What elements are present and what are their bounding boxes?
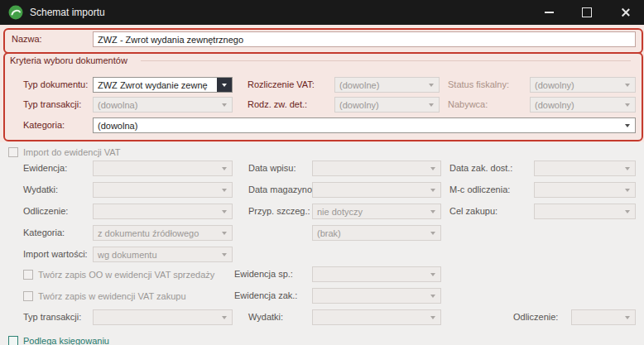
data-wpisu-select <box>312 161 441 176</box>
typ-transakcji-label: Typ transakcji: <box>23 99 81 110</box>
odliczenie-label: Odliczenie: <box>23 206 68 217</box>
ewidencja-select <box>93 161 233 176</box>
typ-transakcji-select: (dowolna) <box>93 97 233 113</box>
checkbox-icon <box>8 336 18 345</box>
cel-zakupu-label: Cel zakupu: <box>449 206 497 217</box>
chevron-down-icon <box>625 103 630 107</box>
nazwa-input[interactable] <box>93 31 636 47</box>
maximize-button[interactable] <box>568 0 606 25</box>
ewidencja-sp-select <box>312 266 441 282</box>
maximize-icon <box>582 7 592 17</box>
close-icon <box>620 7 630 17</box>
chevron-down-icon <box>430 295 435 298</box>
criteria-group-divider <box>141 60 631 61</box>
chevron-down-icon <box>625 124 630 127</box>
odliczenie-dolne-label: Odliczenie: <box>513 312 558 323</box>
typ-dokumentu-value: ZWZ Zwrot wydanie zewnę <box>98 80 208 90</box>
chevron-down-icon <box>429 103 434 107</box>
close-button[interactable] <box>606 0 644 25</box>
kategoria-vat-select: z dokumentu źródłowego <box>93 225 233 241</box>
wydatki-dolne-label: Wydatki: <box>248 312 283 323</box>
kategoria-brak-select: (brak) <box>312 225 441 241</box>
schemat-importu-dialog: Schemat importu Nazwa: Kryteria wyboru d… <box>0 0 644 345</box>
tworz-oo-checkbox: Twórz zapis OO w ewidencji VAT sprzedaży <box>23 268 214 281</box>
typ-dokumentu-select[interactable]: ZWZ Zwrot wydanie zewnę <box>93 77 233 93</box>
data-magazynowa-select <box>312 182 441 198</box>
chevron-down-icon <box>222 253 227 256</box>
przyp-szczeg-label: Przyp. szczeg.: <box>248 206 310 217</box>
chevron-down-icon <box>625 210 630 213</box>
typ-dokumentu-label: Typ dokumentu: <box>23 79 88 90</box>
chevron-down-icon <box>625 316 630 319</box>
tworz-zakup-checkbox: Twórz zapis w ewidencji VAT zakupu <box>23 290 186 303</box>
rozliczenie-vat-select: (dowolne) <box>334 77 440 93</box>
chevron-down-icon <box>222 210 227 213</box>
chevron-down-icon <box>430 210 435 213</box>
nabywca-select: (dowolny) <box>530 97 636 113</box>
ewidencja-label: Ewidencja: <box>23 163 67 174</box>
wydatki-dolne-select <box>312 309 441 325</box>
chevron-down-icon <box>430 232 435 235</box>
chevron-down-icon <box>222 189 227 192</box>
chevron-down-icon <box>222 103 227 107</box>
chevron-down-icon <box>222 316 227 319</box>
chevron-down-icon <box>430 273 435 276</box>
data-zak-dost-select <box>534 161 636 176</box>
chevron-down-icon <box>217 78 232 92</box>
chevron-down-icon <box>625 167 630 170</box>
typ-transakcji-vat-label: Typ transakcji: <box>23 312 81 323</box>
chevron-down-icon <box>429 84 434 87</box>
status-fiskalny-label: Status fiskalny: <box>448 79 509 90</box>
status-fiskalny-select: (dowolny) <box>530 77 636 93</box>
mc-odliczenia-select <box>534 182 636 198</box>
chevron-down-icon <box>625 84 630 87</box>
criteria-group-title: Kryteria wyboru dokumentów <box>10 55 127 66</box>
data-wpisu-label: Data wpisu: <box>248 163 296 174</box>
titlebar: Schemat importu <box>0 0 644 25</box>
nazwa-label: Nazwa: <box>12 34 42 45</box>
nabywca-label: Nabywca: <box>448 99 488 110</box>
kategoria-label: Kategoria: <box>23 120 65 131</box>
data-zak-dost-label: Data zak. dost.: <box>449 163 512 174</box>
chevron-down-icon <box>430 167 435 170</box>
rodz-zw-det-select: (dowolny) <box>334 97 440 113</box>
wydatki-select <box>93 182 233 198</box>
kategoria-select[interactable]: (dowolna) <box>93 117 636 133</box>
import-wartosci-select: wg dokumentu <box>93 247 233 262</box>
mc-odliczenia-label: M-c odliczenia: <box>449 184 510 195</box>
chevron-down-icon <box>430 189 435 192</box>
window-title: Schemat importu <box>30 7 105 18</box>
podlega-ksiegowaniu-checkbox[interactable]: Podlega księgowaniu <box>8 334 109 345</box>
wydatki-label: Wydatki: <box>23 184 58 195</box>
przyp-szczeg-select: nie dotyczy <box>312 204 441 219</box>
ewidencja-zak-select <box>312 288 441 304</box>
kategoria-vat-label: Kategoria: <box>23 228 65 238</box>
app-icon <box>7 4 24 21</box>
chevron-down-icon <box>222 167 227 170</box>
checkbox-icon <box>23 270 33 280</box>
ewidencja-sp-label: Ewidencja sp.: <box>234 269 293 280</box>
rozliczenie-vat-label: Rozliczenie VAT: <box>248 79 315 90</box>
import-wartosci-label: Import wartości: <box>23 249 88 260</box>
chevron-down-icon <box>430 316 435 319</box>
checkbox-icon <box>23 291 33 301</box>
odliczenie-dolne-select <box>571 309 636 325</box>
rodz-zw-det-label: Rodz. zw. det.: <box>248 99 307 110</box>
cel-zakupu-select <box>534 204 636 219</box>
minimize-button[interactable] <box>530 0 568 25</box>
minimize-icon <box>545 12 554 13</box>
checkbox-icon <box>8 147 18 157</box>
chevron-down-icon <box>222 232 227 235</box>
chevron-down-icon <box>625 189 630 192</box>
odliczenie-select <box>93 204 233 219</box>
typ-transakcji-vat-select <box>93 309 233 325</box>
import-vat-checkbox: Import do ewidencji VAT <box>8 146 121 159</box>
ewidencja-zak-label: Ewidencja zak.: <box>234 290 297 301</box>
